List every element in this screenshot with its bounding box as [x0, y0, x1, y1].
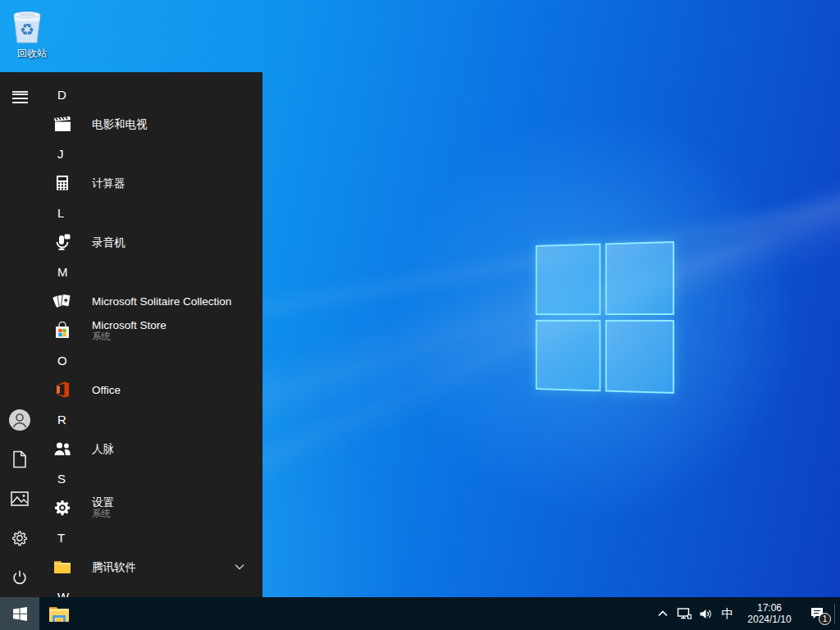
start-menu-item-microsoft-store[interactable]: Microsoft Store系统: [39, 316, 262, 345]
recycle-bin-icon: ♻: [8, 7, 56, 46]
svg-text:♻: ♻: [20, 20, 34, 39]
start-menu-item-office[interactable]: Office: [39, 375, 262, 404]
network-icon[interactable]: [673, 597, 695, 630]
calculator-icon: [52, 173, 72, 193]
section-letter-label: S: [57, 472, 66, 486]
windows-logo-icon: [13, 607, 27, 621]
rail-button-documents[interactable]: [0, 440, 39, 479]
action-center-button[interactable]: 1: [800, 597, 834, 630]
clock-date: 2024/1/10: [747, 614, 791, 625]
gear-icon: [11, 529, 29, 547]
store-icon: [52, 321, 72, 340]
start-button[interactable]: [0, 597, 39, 630]
app-sublabel: 系统: [92, 331, 167, 342]
rail-button-settings[interactable]: [0, 518, 39, 558]
start-menu: D电影和电视J计算器L录音机M♠Microsoft Solitaire Coll…: [0, 72, 262, 597]
recycle-bin-label: 回收站: [8, 47, 56, 61]
recycle-bin[interactable]: ♻ 回收站: [8, 7, 56, 61]
section-letter-label: D: [57, 88, 66, 102]
hamburger-menu-icon[interactable]: [0, 72, 39, 112]
desktop: ♻ 回收站 D电影和电视J计算器L录音机M♠Microsoft Solitair…: [0, 0, 840, 630]
start-menu-item-tencent-folder[interactable]: 腾讯软件: [39, 552, 262, 582]
chevron-down-icon[interactable]: [235, 564, 244, 570]
section-letter-w[interactable]: W: [39, 582, 262, 597]
rail-button-power[interactable]: [0, 558, 39, 597]
settings-icon: [52, 498, 72, 518]
rail-button-pictures[interactable]: [0, 479, 39, 518]
volume-icon[interactable]: [695, 597, 716, 630]
people-icon: [52, 439, 72, 459]
section-letter-d[interactable]: D: [39, 80, 262, 109]
section-letter-label: T: [57, 531, 65, 545]
start-menu-item-settings[interactable]: 设置系统: [39, 493, 262, 523]
taskbar-clock[interactable]: 17:06 2024/1/10: [739, 597, 800, 630]
start-menu-rail: [0, 72, 39, 597]
section-letter-m[interactable]: M: [39, 257, 262, 286]
windows-logo-wallpaper: [536, 241, 674, 394]
power-icon: [11, 568, 29, 587]
section-letter-label: M: [57, 265, 68, 279]
section-letter-label: O: [57, 354, 67, 368]
tray-chevron-up-icon[interactable]: [652, 597, 673, 630]
start-menu-item-movies-tv[interactable]: 电影和电视: [39, 109, 262, 139]
start-menu-item-voice-recorder[interactable]: 录音机: [39, 227, 262, 257]
app-label: Microsoft Store: [92, 319, 167, 331]
voice-recorder-icon: [52, 232, 72, 252]
app-label: Office: [92, 384, 121, 396]
start-menu-item-people[interactable]: 人脉: [39, 434, 262, 463]
app-label: 腾讯软件: [92, 561, 136, 573]
rail-button-user-account[interactable]: [0, 400, 39, 440]
app-label: 人脉: [92, 443, 114, 455]
system-tray: 中 17:06 2024/1/10 1: [652, 597, 840, 630]
section-letter-o[interactable]: O: [39, 345, 262, 375]
section-letter-label: J: [57, 147, 64, 161]
start-menu-item-calculator[interactable]: 计算器: [39, 168, 262, 198]
user-avatar-icon: [8, 409, 31, 431]
app-label: 录音机: [92, 236, 126, 249]
taskbar: 中 17:06 2024/1/10 1: [0, 597, 840, 630]
section-letter-j[interactable]: J: [39, 139, 262, 168]
section-letter-r[interactable]: R: [39, 404, 262, 434]
start-menu-app-list: D电影和电视J计算器L录音机M♠Microsoft Solitaire Coll…: [39, 72, 262, 597]
documents-icon: [11, 450, 28, 468]
tray-separator: [834, 604, 835, 623]
office-icon: [52, 380, 72, 399]
app-label: Microsoft Solitaire Collection: [92, 295, 231, 308]
section-letter-label: L: [57, 206, 64, 220]
clock-time: 17:06: [757, 602, 782, 614]
solitaire-icon: ♠: [52, 291, 72, 311]
file-explorer-icon: [48, 605, 70, 623]
section-letter-s[interactable]: S: [39, 463, 262, 493]
ime-indicator[interactable]: 中: [716, 597, 739, 630]
movies-tv-icon: [52, 114, 72, 134]
section-letter-label: W: [57, 590, 69, 598]
pictures-icon: [11, 491, 29, 506]
app-label: 设置: [92, 496, 114, 509]
file-explorer-taskbar-button[interactable]: [39, 597, 79, 630]
app-label: 电影和电视: [92, 118, 148, 130]
section-letter-l[interactable]: L: [39, 198, 262, 227]
section-letter-label: R: [57, 413, 66, 427]
folder-icon: [52, 557, 72, 577]
app-sublabel: 系统: [92, 509, 114, 519]
section-letter-t[interactable]: T: [39, 523, 262, 552]
app-label: 计算器: [92, 177, 126, 189]
notification-badge: 1: [819, 613, 831, 625]
start-menu-item-solitaire[interactable]: ♠Microsoft Solitaire Collection: [39, 286, 262, 316]
